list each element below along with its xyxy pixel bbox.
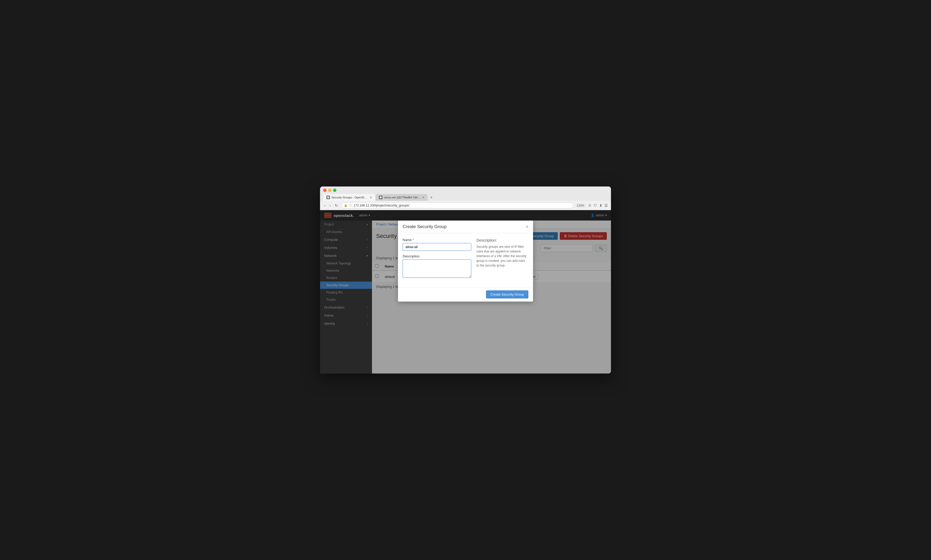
modal-form: Name * Description	[403, 238, 471, 282]
modal-footer: Create Security Group	[398, 287, 533, 302]
required-star: *	[412, 238, 414, 242]
browser-controls-row	[323, 189, 608, 192]
modal-desc-text: Security groups are sets of IP filter ru…	[476, 245, 528, 268]
create-security-group-modal: Create Security Group × Name *	[398, 220, 533, 302]
forward-button[interactable]: ›	[329, 203, 332, 208]
modal-close-button[interactable]: ×	[526, 225, 528, 229]
shield-toolbar-icon[interactable]: 🛡	[594, 203, 597, 208]
modal-header: Create Security Group ×	[398, 220, 533, 233]
tab-title-1: Security Groups - OpenStack D...	[331, 196, 368, 199]
tabs-row: 🔲 Security Groups - OpenStack D... ✕ 🔲 c…	[323, 194, 608, 201]
modal-description-panel: Description: Security groups are sets of…	[476, 238, 528, 282]
close-window-button[interactable]	[323, 189, 326, 192]
description-textarea[interactable]	[403, 260, 471, 278]
minimize-window-button[interactable]	[328, 189, 331, 192]
shield-icon: 🔒	[344, 204, 348, 207]
address-bar-input[interactable]	[354, 204, 571, 207]
modal-title: Create Security Group	[403, 224, 446, 229]
browser-toolbar: ‹ › ↻ 🔒 ⓘ 110% ☆ 🛡 ⬇ ☰	[320, 201, 611, 210]
tab-favicon-2: 🔲	[379, 195, 382, 199]
browser-tab-2[interactable]: 🔲 cirros-vm-1(6779ed84-7d4f-4... ✕	[375, 194, 428, 201]
browser-tab-active[interactable]: 🔲 Security Groups - OpenStack D... ✕	[323, 194, 375, 201]
info-icon: ⓘ	[349, 203, 352, 207]
browser-chrome: 🔲 Security Groups - OpenStack D... ✕ 🔲 c…	[320, 186, 611, 201]
address-bar-wrap: 🔒 ⓘ	[341, 202, 573, 208]
reload-button[interactable]: ↻	[334, 203, 339, 208]
back-button[interactable]: ‹	[323, 203, 326, 208]
browser-window: 🔲 Security Groups - OpenStack D... ✕ 🔲 c…	[320, 186, 611, 374]
tab-title-2: cirros-vm-1(6779ed84-7d4f-4...	[384, 196, 420, 199]
modal-submit-button[interactable]: Create Security Group	[486, 291, 528, 298]
app-body: openstack. admin ▾ 👤 admin ▾ Project ▾	[320, 210, 611, 374]
zoom-level: 110%	[576, 203, 586, 208]
modal-body: Name * Description Description: Security	[398, 233, 533, 287]
name-input[interactable]	[403, 243, 471, 251]
name-form-group: Name *	[403, 238, 471, 251]
description-label: Description	[403, 254, 471, 258]
tab-close-1[interactable]: ✕	[370, 196, 372, 199]
new-tab-button[interactable]: +	[428, 194, 435, 201]
menu-icon[interactable]: ☰	[605, 203, 608, 208]
traffic-lights	[323, 189, 336, 192]
description-form-group: Description	[403, 254, 471, 279]
bookmark-icon[interactable]: ☆	[588, 203, 591, 208]
name-label: Name *	[403, 238, 471, 242]
tab-favicon-1: 🔲	[326, 195, 330, 199]
maximize-window-button[interactable]	[333, 189, 336, 192]
toolbar-icons: 🛡 ⬇ ☰	[594, 203, 608, 208]
modal-desc-title: Description:	[476, 238, 528, 242]
download-icon[interactable]: ⬇	[599, 203, 602, 208]
tab-close-2[interactable]: ✕	[422, 196, 425, 199]
modal-overlay: Create Security Group × Name *	[320, 210, 611, 374]
